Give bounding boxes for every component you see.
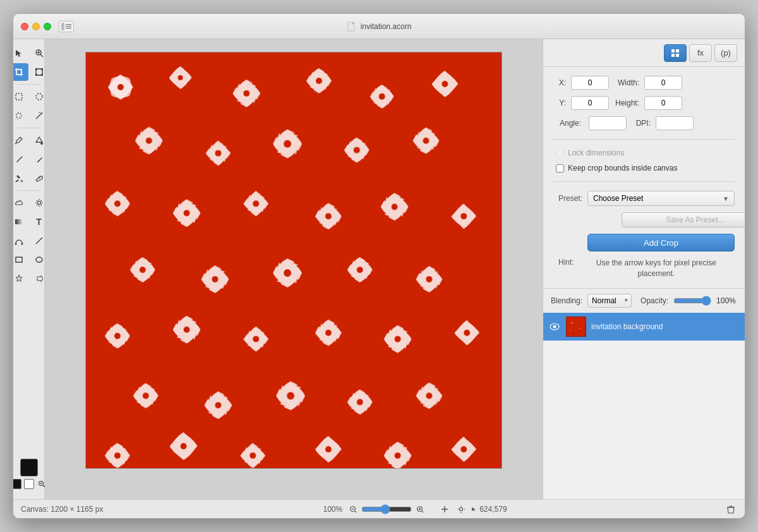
canvas-content — [86, 52, 502, 468]
svg-point-68 — [114, 333, 121, 339]
file-icon — [347, 21, 357, 32]
layer-name: invitation background — [591, 322, 740, 331]
rect-select-tool[interactable] — [13, 88, 28, 106]
pen-icon — [15, 155, 23, 164]
gradient-tool[interactable] — [13, 213, 28, 231]
zoom-in-button[interactable] — [414, 504, 426, 515]
blend-mode-select[interactable]: Normal Multiply Screen Overlay — [587, 294, 632, 308]
tab-fx[interactable]: fx — [689, 44, 712, 62]
tool-row-9: T — [13, 213, 49, 231]
svg-point-24 — [20, 180, 23, 183]
preset-dropdown-button[interactable]: Choose Preset ▼ — [587, 191, 735, 206]
svg-point-69 — [184, 327, 190, 333]
height-input[interactable] — [644, 96, 682, 110]
rect-shape-tool[interactable] — [13, 251, 28, 269]
layer-item[interactable]: invitation background — [543, 313, 745, 341]
star-tool[interactable] — [13, 270, 28, 287]
zoom-controls: 100% — [321, 504, 426, 515]
svg-point-90 — [553, 325, 556, 328]
eyedropper-tool[interactable] — [13, 131, 28, 149]
width-label: Width: — [614, 78, 639, 87]
svg-line-32 — [40, 205, 42, 206]
svg-point-23 — [40, 142, 43, 145]
x-label: X: — [553, 78, 566, 87]
svg-point-62 — [460, 213, 467, 219]
blend-select-wrap: Normal Multiply Screen Overlay ▼ — [587, 294, 632, 308]
tool-row-10 — [13, 232, 49, 250]
svg-point-76 — [287, 392, 294, 399]
black-swatch[interactable] — [13, 479, 21, 489]
add-crop-button[interactable]: Add Crop — [587, 234, 735, 251]
magic-wand-icon — [35, 111, 44, 120]
rect-select-icon — [15, 92, 23, 101]
bezier-tool[interactable] — [13, 232, 28, 250]
foreground-color-swatch[interactable] — [20, 459, 38, 476]
properties-area: X: Width: Y: Height: Angle: DPI: — [543, 67, 745, 288]
section-divider-2 — [553, 181, 735, 182]
svg-point-51 — [442, 81, 448, 87]
svg-rect-9 — [16, 70, 21, 75]
fill-tool[interactable] — [13, 169, 28, 187]
canvas-image[interactable] — [85, 52, 502, 469]
svg-point-48 — [243, 90, 250, 97]
add-layer-button[interactable] — [438, 503, 451, 516]
svg-line-20 — [40, 112, 41, 112]
lock-dimensions-checkbox[interactable] — [556, 149, 564, 157]
svg-point-60 — [325, 213, 332, 219]
bezier-icon — [15, 236, 23, 245]
svg-line-34 — [37, 205, 38, 206]
cloud-shape-tool[interactable] — [13, 194, 28, 212]
svg-point-74 — [143, 392, 149, 399]
lasso-tool[interactable] — [13, 107, 28, 124]
tab-properties[interactable] — [664, 44, 687, 62]
dpi-input[interactable] — [656, 116, 694, 130]
coords-value: 624,579 — [479, 505, 507, 514]
select-tool[interactable] — [13, 44, 28, 62]
zoom-slider[interactable] — [361, 504, 412, 514]
keep-crop-bounds-label: Keep crop bounds inside canvas — [568, 164, 677, 172]
svg-point-79 — [114, 452, 121, 459]
width-input[interactable] — [644, 76, 682, 90]
star-icon — [15, 274, 23, 283]
svg-point-49 — [316, 78, 322, 84]
tool-separator-3 — [18, 190, 40, 191]
main-content-area: T — [13, 39, 745, 499]
pen-tool[interactable] — [13, 150, 28, 168]
magic-fill-icon — [35, 136, 44, 145]
trash-icon — [726, 505, 735, 514]
titlebar-center: invitation.acorn — [347, 21, 412, 32]
x-input[interactable] — [571, 76, 609, 90]
tab-path[interactable]: (p) — [714, 44, 737, 62]
close-button[interactable] — [21, 23, 28, 30]
keep-crop-bounds-checkbox[interactable] — [556, 164, 564, 172]
sidebar-toggle-button[interactable] — [59, 21, 74, 32]
settings-button[interactable] — [455, 503, 467, 516]
svg-point-77 — [357, 399, 363, 405]
svg-rect-0 — [61, 23, 64, 30]
fill-icon — [15, 174, 23, 183]
y-input[interactable] — [571, 96, 609, 110]
arrow-shape-icon — [35, 274, 44, 283]
gear-icon — [457, 505, 466, 514]
layer-visibility-eye[interactable] — [548, 320, 561, 333]
save-preset-label: Save As Preset... — [666, 215, 724, 224]
preset-label: Preset: — [553, 194, 582, 203]
svg-rect-39 — [16, 257, 22, 262]
angle-input[interactable] — [589, 116, 627, 130]
keep-crop-bounds-row: Keep crop bounds inside canvas — [553, 164, 735, 172]
tool-row-4 — [13, 107, 49, 124]
svg-point-66 — [357, 267, 363, 273]
rect-shape-icon — [15, 255, 23, 264]
delete-layer-button[interactable] — [725, 503, 737, 516]
arrow-icon — [15, 49, 23, 57]
opacity-slider[interactable] — [673, 296, 711, 306]
save-preset-button[interactable]: Save As Preset... — [622, 212, 745, 227]
zoom-out-button[interactable] — [347, 504, 359, 515]
crop-tool[interactable] — [13, 63, 28, 81]
angle-label: Angle: — [553, 119, 581, 128]
tool-row-11 — [13, 251, 49, 269]
minimize-button[interactable] — [32, 23, 40, 30]
white-swatch[interactable] — [24, 479, 34, 489]
maximize-button[interactable] — [44, 23, 51, 30]
svg-line-33 — [40, 200, 42, 202]
